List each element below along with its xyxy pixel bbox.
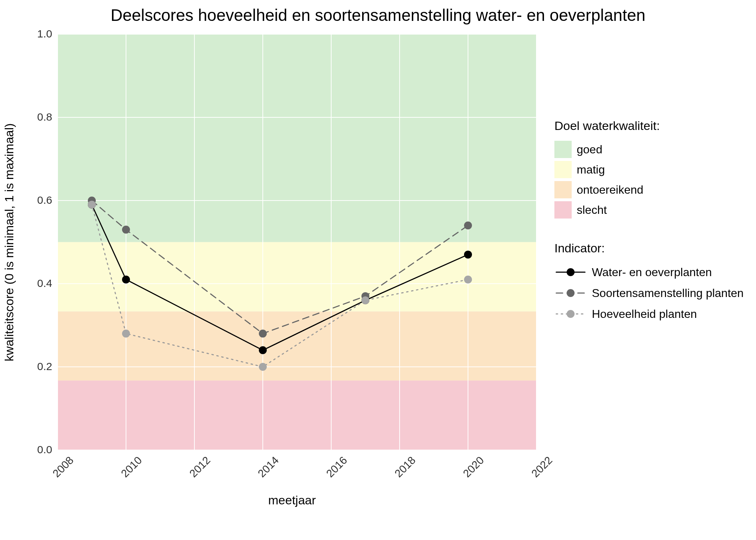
legend-swatch: [554, 141, 572, 158]
y-tick-label: 0.6: [32, 194, 52, 206]
legend-series-item: Soortensamenstelling planten: [554, 284, 744, 302]
svg-point-32: [361, 296, 369, 304]
legend-band-label: slecht: [577, 203, 607, 217]
svg-point-33: [464, 275, 472, 283]
y-tick-label: 1.0: [32, 28, 52, 40]
svg-point-29: [88, 201, 96, 209]
svg-point-26: [259, 330, 267, 338]
legend-band-label: matig: [577, 163, 605, 176]
x-axis-label: meetjaar: [268, 493, 316, 507]
svg-point-25: [122, 226, 130, 234]
svg-point-30: [122, 330, 130, 338]
legend-series-label: Water- en oeverplanten: [592, 266, 712, 279]
svg-rect-4: [58, 381, 536, 450]
x-tick-label: 2022: [529, 454, 555, 480]
legend-band-item: matig: [554, 161, 744, 178]
svg-point-23: [464, 251, 472, 258]
legend-line-sample: [554, 284, 587, 302]
x-tick-label: 2014: [256, 454, 281, 480]
x-tick-label: 2020: [461, 454, 486, 480]
svg-point-39: [567, 310, 575, 318]
legend-swatch: [554, 161, 572, 178]
svg-point-20: [122, 275, 130, 283]
legend-series-item: Water- en oeverplanten: [554, 263, 744, 281]
x-tick-label: 2010: [119, 454, 144, 480]
x-tick-label: 2012: [187, 454, 213, 480]
legend-band-item: ontoereikend: [554, 181, 744, 198]
chart-legend: Doel waterkwaliteit: goedmatigontoereike…: [554, 119, 744, 326]
y-tick-label: 0.2: [32, 360, 52, 373]
svg-rect-1: [58, 34, 536, 242]
legend-series-label: Soortensamenstelling planten: [592, 287, 744, 300]
legend-swatch: [554, 201, 572, 219]
svg-rect-2: [58, 242, 536, 312]
legend-line-sample: [554, 305, 587, 323]
legend-bands-list: goedmatigontoereikendslecht: [554, 141, 744, 219]
legend-bands-title: Doel waterkwaliteit:: [554, 119, 744, 133]
x-tick-label: 2018: [392, 454, 418, 480]
legend-band-label: goed: [577, 143, 602, 156]
svg-rect-3: [58, 311, 536, 381]
y-tick-label: 0.4: [32, 277, 52, 289]
legend-series-label: Hoeveelheid planten: [592, 307, 697, 321]
svg-point-31: [259, 363, 267, 371]
svg-point-35: [567, 268, 575, 276]
x-tick-label: 2016: [324, 454, 350, 480]
legend-series-list: Water- en oeverplantenSoortensamenstelli…: [554, 263, 744, 323]
y-tick-label: 0.0: [32, 444, 52, 456]
svg-point-37: [567, 289, 575, 297]
plot-area: [58, 34, 536, 450]
y-tick-label: 0.8: [32, 111, 52, 123]
legend-line-sample: [554, 263, 587, 281]
chart-container: Deelscores hoeveelheid en soortensamenst…: [0, 0, 756, 540]
legend-series-title: Indicator:: [554, 241, 744, 255]
legend-band-label: ontoereikend: [577, 183, 643, 197]
legend-band-item: goed: [554, 141, 744, 158]
chart-title: Deelscores hoeveelheid en soortensamenst…: [0, 5, 756, 25]
x-tick-label: 2008: [50, 454, 76, 480]
legend-band-item: slecht: [554, 201, 744, 219]
legend-swatch: [554, 181, 572, 198]
svg-point-28: [464, 221, 472, 229]
svg-point-21: [259, 346, 267, 354]
y-axis-label: kwaliteitscore (0 is minimaal, 1 is maxi…: [2, 123, 16, 361]
legend-series-item: Hoeveelheid planten: [554, 305, 744, 323]
